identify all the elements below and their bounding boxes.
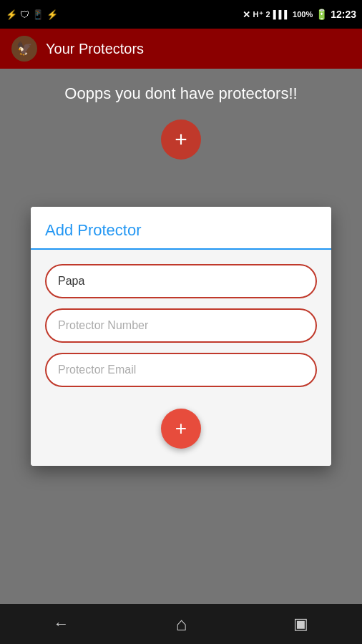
dialog-body: [31, 250, 331, 401]
app-bar: 🦅 Your Protectors: [0, 29, 362, 69]
home-button[interactable]: ⌂: [162, 608, 202, 641]
signal-bars: ▌▌▌: [273, 10, 290, 19]
dialog-header: Add Protector: [31, 207, 331, 248]
shield-icon: 🛡: [20, 9, 29, 20]
usb2-icon: ⚡: [47, 9, 58, 20]
time-display: 12:23: [331, 9, 356, 20]
protector-email-input[interactable]: [45, 353, 317, 387]
battery-label: 100%: [293, 10, 313, 19]
logo-icon: 🦅: [16, 41, 32, 57]
dialog-title: Add Protector: [45, 221, 317, 248]
protector-number-input[interactable]: [45, 308, 317, 343]
dialog-add-button[interactable]: +: [161, 409, 201, 449]
status-icons-left: ⚡ 🛡 📱 ⚡: [6, 9, 58, 20]
network-icon: H⁺: [253, 10, 263, 19]
status-icons-right: ✕ H⁺ 2 ▌▌▌ 100% 🔋 12:23: [243, 9, 356, 20]
battery-icon: 🔋: [315, 9, 328, 20]
back-button[interactable]: ←: [39, 609, 84, 639]
bottom-nav: ← ⌂ ▣: [0, 604, 362, 644]
app-logo: 🦅: [11, 36, 37, 62]
add-protector-dialog: Add Protector +: [31, 207, 331, 466]
app-icon: 📱: [32, 9, 44, 20]
main-content: Oopps you dont have protectors!! + Add P…: [0, 69, 362, 604]
usb-icon: ⚡: [6, 9, 17, 20]
dialog-footer: +: [31, 401, 331, 466]
app-title: Your Protectors: [46, 41, 144, 57]
dialog-plus-icon: +: [175, 419, 187, 439]
dialog-overlay: Add Protector +: [0, 69, 362, 604]
status-bar: ⚡ 🛡 📱 ⚡ ✕ H⁺ 2 ▌▌▌ 100% 🔋 12:23: [0, 0, 362, 29]
sim-icon: 2: [266, 10, 270, 19]
recents-button[interactable]: ▣: [279, 609, 323, 639]
signal-x-icon: ✕: [243, 9, 250, 20]
protector-name-input[interactable]: [45, 264, 317, 298]
